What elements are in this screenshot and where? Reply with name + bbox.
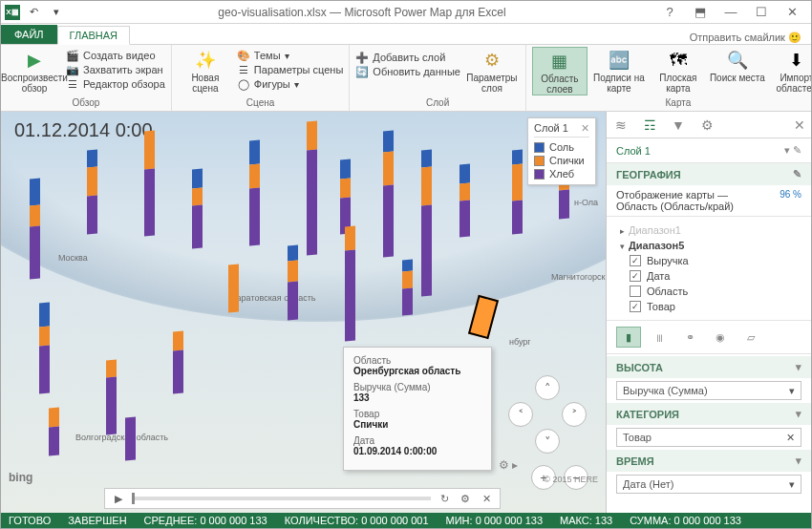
shapes-icon: ◯ — [237, 77, 250, 91]
ribbon-toggle-button[interactable]: ⬒ — [689, 4, 712, 21]
capture-screen-button[interactable]: 📷Захватить экран — [66, 63, 165, 76]
themes-button[interactable]: 🎨Темы ▾ — [237, 49, 343, 62]
window-title: geo-visualisation.xlsx — Microsoft Power… — [66, 6, 658, 19]
flatmap-icon: 🗺 — [665, 49, 692, 72]
time-dropdown[interactable]: Дата (Нет)▾ — [616, 475, 801, 494]
nav-pad: ˄ ˂˃ ˅ — [508, 375, 588, 455]
city-label: Волгоградская область — [75, 433, 168, 442]
excel-icon: X▦ — [5, 5, 20, 20]
add-layer-button[interactable]: ➕Добавить слой — [355, 51, 460, 64]
title-bar: X▦ ↶ ▾ geo-visualisation.xlsx — Microsof… — [1, 1, 811, 24]
group-label-layer: Слой — [355, 97, 520, 109]
maximize-button[interactable]: ☐ — [750, 4, 773, 21]
layer-regions-button[interactable]: ▦Область слоев — [532, 47, 588, 95]
map-copyright: © 2015 HERE — [544, 475, 598, 484]
scene-params-button[interactable]: ☰Параметры сцены — [237, 63, 343, 76]
field-checkbox[interactable]: ✓Товар — [616, 299, 801, 314]
city-label: Москва — [58, 253, 88, 263]
player-close-button[interactable]: ✕ — [479, 491, 494, 506]
city-label: нбург — [509, 337, 531, 347]
nav-up-button[interactable]: ˄ — [535, 375, 560, 400]
viz-clustered-column-button[interactable]: ⫼ — [647, 327, 672, 348]
video-icon: 🎬 — [66, 49, 79, 62]
status-max: МАКС: 133 — [560, 515, 612, 526]
group-label-scene: Сцена — [178, 97, 343, 109]
height-heading: ВЫСОТА — [616, 362, 663, 373]
loop-button[interactable]: ↻ — [437, 491, 452, 506]
panel-tab-fields-icon[interactable]: ☶ — [641, 116, 658, 134]
viz-heatmap-button[interactable]: ◉ — [708, 327, 733, 348]
tab-file[interactable]: ФАЙЛ — [1, 25, 57, 44]
range-name[interactable]: Диапазон5 — [629, 240, 684, 251]
layer-params-icon: ⚙ — [479, 49, 505, 72]
play-tour-button[interactable]: ▶Воспроизвести обзор — [7, 47, 62, 94]
player-settings-button[interactable]: ⚙ — [458, 491, 473, 506]
play-button[interactable]: ▶ — [111, 491, 126, 506]
redo-button[interactable]: ▾ — [47, 3, 66, 22]
nav-right-button[interactable]: ˃ — [562, 402, 587, 427]
nav-left-button[interactable]: ˂ — [508, 402, 533, 427]
legend-close-icon[interactable]: ✕ — [581, 122, 589, 135]
field-checkbox[interactable]: ✓Дата — [616, 268, 801, 284]
map-legend[interactable]: Слой 1✕ Соль Спички Хлеб — [527, 117, 596, 185]
time-track[interactable] — [132, 497, 431, 500]
map-canvas[interactable]: 01.12.2014 0:00 Москва Волгоградская обл… — [1, 112, 606, 513]
status-min: МИН: 0 000 000 133 — [446, 515, 543, 526]
new-scene-button[interactable]: ✨Новая сцена — [178, 47, 233, 94]
scene-icon: ✨ — [192, 49, 219, 72]
refresh-data-button[interactable]: 🔄Обновить данные — [355, 65, 460, 78]
height-dropdown[interactable]: Выручка (Сумма)▾ — [616, 381, 801, 400]
panel-tab-filter-icon[interactable]: ▼ — [670, 116, 687, 134]
tab-home[interactable]: ГЛАВНАЯ — [57, 26, 130, 45]
editor-icon: ☰ — [66, 77, 79, 91]
group-label-map: Карта — [532, 97, 812, 109]
minimize-button[interactable]: — — [719, 4, 742, 21]
search-icon: 🔍 — [724, 49, 751, 72]
shapes-button[interactable]: ◯Фигуры ▾ — [237, 77, 343, 91]
viz-bubble-button[interactable]: ⚭ — [677, 327, 702, 348]
category-heading: КАТЕГОРИЯ — [616, 409, 679, 420]
tooltip-gear-icon[interactable]: ⚙ ▸ — [499, 458, 518, 472]
undo-button[interactable]: ↶ — [24, 3, 43, 22]
viz-type-row: ▮ ⫼ ⚭ ◉ ▱ — [607, 321, 811, 354]
nav-down-button[interactable]: ˅ — [535, 429, 560, 454]
city-label: Магнитогорск — [551, 272, 605, 282]
legend-swatch — [534, 156, 545, 166]
panel-tab-settings-icon[interactable]: ⚙ — [698, 116, 716, 134]
layer-rename-icon[interactable]: ▾ ✎ — [784, 144, 801, 157]
find-location-button[interactable]: 🔍Поиск места — [710, 47, 765, 83]
geo-match-percent[interactable]: 96 % — [780, 189, 801, 200]
time-player: ▶ ↻ ⚙ ✕ — [104, 488, 501, 509]
tour-editor-button[interactable]: ☰Редактор обзора — [66, 77, 165, 91]
add-layer-icon: ➕ — [355, 51, 369, 64]
create-video-button[interactable]: 🎬Создать видео — [66, 49, 165, 62]
layer-params-button[interactable]: ⚙Параметры слоя — [464, 47, 520, 94]
bing-logo: bing — [9, 471, 32, 484]
map-labels-button[interactable]: 🔤Подписи на карте — [591, 47, 647, 94]
viz-region-button[interactable]: ▱ — [738, 327, 763, 348]
legend-swatch — [534, 169, 545, 180]
layer-panel: ≋ ☶ ▼ ⚙ ✕ Слой 1 ▾ ✎ ГЕОГРАФИЯ ✎ Отображ… — [606, 112, 811, 513]
panel-close-button[interactable]: ✕ — [794, 117, 805, 133]
data-tooltip: ОбластьОренбургская область Выручка (Сум… — [343, 347, 492, 471]
field-checkbox[interactable]: Область — [616, 284, 801, 299]
city-label: Саратовская область — [230, 293, 315, 303]
status-sum: СУММА: 0 000 000 133 — [630, 515, 741, 526]
regions-icon: ▦ — [546, 50, 573, 73]
legend-swatch — [534, 142, 545, 153]
status-count: КОЛИЧЕСТВО: 0 000 000 001 — [285, 515, 429, 526]
play-icon: ▶ — [21, 49, 48, 72]
geo-edit-icon[interactable]: ✎ — [793, 168, 801, 180]
import-regions-button[interactable]: ⬇Импорт областей — [769, 47, 812, 94]
send-smiley[interactable]: Отправить смайлик 🙂 — [690, 32, 811, 44]
timestamp-overlay: 01.12.2014 0:00 — [14, 119, 153, 141]
group-label-tour: Обзор — [7, 97, 165, 109]
close-button[interactable]: ✕ — [780, 4, 803, 21]
viz-stacked-column-button[interactable]: ▮ — [616, 327, 641, 348]
help-button[interactable]: ? — [658, 4, 681, 21]
flat-map-button[interactable]: 🗺Плоская карта — [651, 47, 706, 94]
panel-tab-layers-icon[interactable]: ≋ — [612, 116, 630, 134]
field-checkbox[interactable]: ✓Выручка — [616, 253, 801, 268]
status-bar: ГОТОВО ЗАВЕРШЕН СРЕДНЕЕ: 0 000 000 133 К… — [1, 513, 811, 528]
category-dropdown[interactable]: Товар✕ — [616, 428, 801, 447]
